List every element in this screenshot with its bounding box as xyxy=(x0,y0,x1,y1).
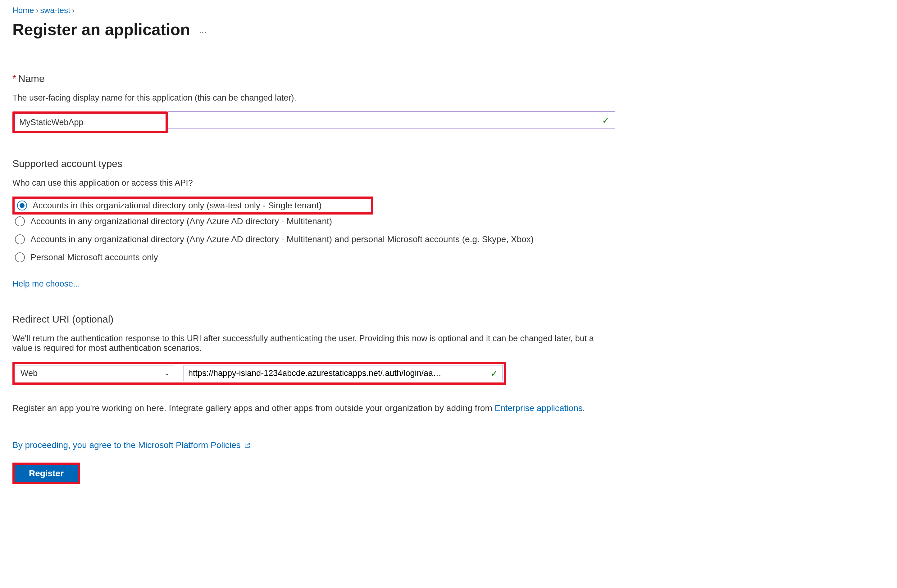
radio-icon xyxy=(15,252,25,262)
breadcrumb: Home › swa-test › xyxy=(12,6,885,15)
account-type-option-1[interactable]: Accounts in any organizational directory… xyxy=(12,215,885,228)
breadcrumb-home[interactable]: Home xyxy=(12,6,34,15)
account-type-option-3[interactable]: Personal Microsoft accounts only xyxy=(12,250,885,264)
account-type-option-label: Accounts in this organizational director… xyxy=(33,200,322,211)
name-description: The user-facing display name for this ap… xyxy=(12,93,885,103)
name-input-highlight xyxy=(12,111,168,133)
breadcrumb-swa-test[interactable]: swa-test xyxy=(40,6,70,15)
chevron-right-icon: › xyxy=(72,6,75,15)
account-type-option-label: Accounts in any organizational directory… xyxy=(31,216,332,226)
account-type-option-0[interactable]: Accounts in this organizational director… xyxy=(15,199,371,212)
platform-policies-link[interactable]: By proceeding, you agree to the Microsof… xyxy=(12,440,241,450)
required-indicator: * xyxy=(12,73,16,84)
integrate-note: Register an app you're working on here. … xyxy=(12,403,885,413)
account-type-first-option-highlight: Accounts in this organizational director… xyxy=(12,197,373,215)
redirect-uri-description: We'll return the authentication response… xyxy=(12,334,603,353)
page-title: Register an application xyxy=(12,20,190,39)
radio-icon xyxy=(15,216,25,226)
chevron-right-icon: › xyxy=(36,6,38,15)
redirect-uri-input[interactable] xyxy=(188,368,487,378)
more-actions-button[interactable]: ··· xyxy=(199,27,207,37)
check-icon: ✓ xyxy=(597,115,615,126)
name-section: *Name The user-facing display name for t… xyxy=(12,73,885,133)
enterprise-applications-link[interactable]: Enterprise applications xyxy=(494,403,582,413)
name-label: Name xyxy=(18,73,44,84)
platform-selected-value: Web xyxy=(20,368,38,378)
help-me-choose-link[interactable]: Help me choose... xyxy=(12,279,80,289)
radio-icon xyxy=(17,200,27,211)
account-types-section: Supported account types Who can use this… xyxy=(12,158,885,289)
redirect-uri-highlight: Web ⌄ ✓ xyxy=(12,362,506,385)
register-button-highlight: Register xyxy=(12,463,80,484)
account-types-question: Who can use this application or access t… xyxy=(12,178,885,188)
platform-select[interactable]: Web ⌄ xyxy=(16,365,174,381)
register-button[interactable]: Register xyxy=(15,465,78,482)
account-type-option-2[interactable]: Accounts in any organizational directory… xyxy=(12,232,885,246)
account-type-option-label: Accounts in any organizational directory… xyxy=(31,234,534,244)
name-input[interactable] xyxy=(15,114,165,131)
divider xyxy=(0,429,897,429)
redirect-uri-section: Redirect URI (optional) We'll return the… xyxy=(12,313,885,385)
account-types-label: Supported account types xyxy=(12,158,885,170)
chevron-down-icon: ⌄ xyxy=(164,369,170,377)
redirect-uri-label: Redirect URI (optional) xyxy=(12,313,885,325)
external-link-icon xyxy=(244,442,251,449)
check-icon: ✓ xyxy=(487,368,498,379)
radio-icon xyxy=(15,234,25,244)
account-type-option-label: Personal Microsoft accounts only xyxy=(31,252,158,262)
